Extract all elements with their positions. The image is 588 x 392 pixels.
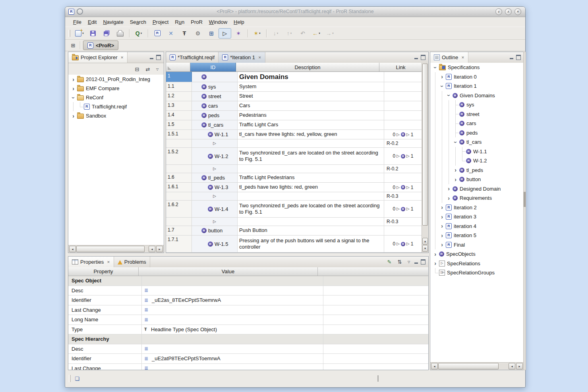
expand-arrow-icon[interactable]: › [70,76,77,83]
prev-annotation-button[interactable]: ↑▾ [283,28,296,39]
outline-item-designed-domain[interactable]: ›Designed Domain [430,184,524,194]
scroll-left-button-2[interactable]: ◂ [149,246,155,252]
outline-hscrollbar[interactable]: ◂ ◂ ▸ [430,362,524,370]
spec-cell-link[interactable]: R-0.2 [384,139,422,147]
spec-row-relation[interactable]: ▷R-0.3 [166,192,422,201]
edit-property-button[interactable]: ✎ [385,258,393,266]
scrollbar-track[interactable] [499,363,508,369]
outline-item-sys[interactable]: sys [430,100,524,110]
editor-tab-trafficlight-reqif[interactable]: *Trafficlight.reqif [166,52,219,63]
outline-item-cars[interactable]: cars [430,119,524,128]
column-corner[interactable] [166,63,190,71]
print-button[interactable] [114,28,126,39]
property-value[interactable]: _uE2as_8TEeCPptSToemrwA [142,295,323,305]
spec-cell-description[interactable]: Push Button [238,226,384,235]
spec-cell-link[interactable] [384,173,422,182]
view-menu-button[interactable]: ▽ [406,258,412,266]
property-section-spec-object[interactable]: Spec Object [68,276,428,286]
menu-edit[interactable]: Edit [85,18,100,26]
spec-cell-id[interactable] [192,72,238,82]
scroll-left-button[interactable]: ◂ [431,363,438,369]
property-row-last-change[interactable]: Last Change [68,364,428,370]
spec-cell-id[interactable]: W-1.5 [192,236,238,252]
spec-cell-number[interactable] [166,192,192,200]
menu-search[interactable]: Search [127,18,149,26]
menu-navigate[interactable]: Navigate [100,18,126,26]
spec-cell-description[interactable]: Pressing any of the push buttons will se… [238,236,384,252]
collapse-all-button[interactable]: ⊟ [133,65,141,73]
spec-cell-id[interactable]: cars [192,101,238,110]
outline-item-specrelationgroups[interactable]: SpecRelationGroups [430,268,524,278]
reqif-button[interactable] [151,28,164,39]
spec-cell-link[interactable]: 0▷▷1 [384,183,422,192]
last-edit-button[interactable]: ↶ [296,28,309,39]
spec-row-1.5.1[interactable]: 1.5.1W-1.1tl_cars have three lights: red… [166,130,422,139]
expand-arrow-icon[interactable]: › [452,176,459,183]
outline-item-w-1-2[interactable]: W-1.2 [430,156,524,166]
scroll-up-button[interactable]: ▴ [422,238,428,245]
spec-cell-id[interactable]: W-1.2 [192,148,238,164]
outline-item-w-1-1[interactable]: W-1.1 [430,147,524,156]
outline-item-iteration-0[interactable]: ›Iteration 0 [430,72,524,82]
spec-row-1.6.1[interactable]: 1.6.1W-1.3tl_peds have two lights: red, … [166,183,422,192]
tab-project-explorer[interactable]: Project Explorer ✕ [68,52,128,63]
property-value[interactable] [142,315,323,324]
scrollbar-thumb[interactable] [422,64,428,226]
spec-row-1.5[interactable]: 1.5tl_carsTraffic Light Cars [166,120,422,130]
column-header-id[interactable]: ID [190,63,236,71]
expand-arrow-icon[interactable]: › [439,204,445,210]
maximize-view-button[interactable] [421,55,426,60]
external-tools-button[interactable]: Q▾ [132,28,145,39]
spec-cell-id[interactable]: W-1.3 [192,183,238,192]
property-row-desc[interactable]: Desc [68,344,428,354]
expand-arrow-icon[interactable]: › [452,167,459,173]
editor-tab-iteration-1[interactable]: *Iteration 1✕ [219,52,265,63]
expand-arrow-icon[interactable]: › [439,232,445,239]
outline-vscrollbar[interactable] [523,52,526,370]
close-tab-icon[interactable]: ✕ [107,260,110,264]
spec-cell-number[interactable]: 1.5.2 [166,148,192,164]
outline-item-street[interactable]: street [430,110,524,119]
spec-cell-description[interactable]: Given Domains [238,72,384,82]
spec-cell-id[interactable]: ▷ [192,165,238,173]
spec-cell-number[interactable] [166,165,192,173]
perspective-tab-pror[interactable]: <ProR> [83,41,118,50]
titlebar-pin-button[interactable] [77,8,83,15]
view-menu-button[interactable]: ▽ [155,65,160,73]
spec-cell-id[interactable]: ▷ [192,192,238,200]
menu-run[interactable]: Run [172,18,188,26]
spec-cell-link[interactable] [384,101,422,110]
spec-row-1.7.1[interactable]: 1.7.1W-1.5Pressing any of the push butto… [166,236,422,253]
spec-cell-link[interactable] [384,226,422,235]
back-button[interactable]: ←▾ [310,28,323,39]
spec-cell-number[interactable]: 1.6 [166,173,192,182]
scroll-right-button[interactable]: ▸ [156,246,163,252]
next-annotation-button[interactable]: ↓▾ [269,28,282,39]
spec-cell-link[interactable]: 0▷▷1 [384,130,422,139]
maximize-view-button[interactable] [156,55,161,60]
spec-cell-number[interactable] [166,218,192,226]
close-view-icon[interactable]: ✕ [120,56,124,60]
spec-cell-link[interactable] [384,111,422,120]
spec-cell-description[interactable] [238,192,384,200]
outline-item-button[interactable]: ›button [430,175,524,184]
settings-button[interactable]: ⚙ [191,28,204,39]
spec-cell-description[interactable] [238,139,384,147]
show-categories-button[interactable]: ⇅ [396,258,404,266]
spec-cell-number[interactable]: 1.3 [166,101,192,110]
expand-arrow-icon[interactable]: › [70,85,77,92]
scroll-left-button-2[interactable]: ◂ [509,363,515,369]
property-row-identifier[interactable]: Identifier_uE2atP8TEeCPptSToemrwA [68,354,428,364]
property-value[interactable]: Headline Type (Spec Object) [142,325,323,334]
property-value[interactable] [142,286,323,295]
expand-arrow-icon[interactable]: › [439,214,445,220]
minimize-button[interactable]: ∨ [495,8,502,15]
star-button[interactable]: ✶ [232,28,245,39]
expand-arrow-icon[interactable]: › [439,73,445,80]
spec-row-1.5.2[interactable]: 1.5.2W-1.2Two synchronized tl_cars are l… [166,148,422,165]
spec-cell-number[interactable]: 1.1 [166,82,192,91]
spec-cell-id[interactable]: tl_peds [192,173,238,182]
fast-view-button[interactable]: ❏ [73,375,81,382]
editor-vscrollbar[interactable]: ▴ ▾ [422,63,428,253]
new-wizard-button[interactable]: ▾ [73,28,86,39]
